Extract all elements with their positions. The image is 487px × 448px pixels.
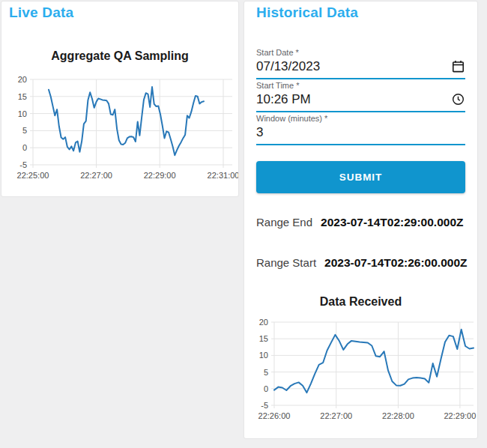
svg-text:22:27:00: 22:27:00 <box>320 411 352 420</box>
svg-text:22:29:00: 22:29:00 <box>444 411 476 420</box>
start-time-input[interactable] <box>256 92 446 107</box>
svg-text:22:27:00: 22:27:00 <box>80 171 112 180</box>
svg-text:22:26:00: 22:26:00 <box>258 411 291 420</box>
historical-data-panel: Historical Data Start Date * Start Time … <box>244 1 477 438</box>
svg-text:15: 15 <box>18 92 27 101</box>
range-end-row: Range End 2023-07-14T02:29:00.000Z <box>256 216 477 229</box>
svg-text:10: 10 <box>18 109 27 118</box>
data-received-chart: 20151050-522:26:0022:27:0022:28:0022:29:… <box>244 312 477 427</box>
window-minutes-label: Window (minutes) * <box>256 114 465 123</box>
svg-text:5: 5 <box>22 126 27 135</box>
svg-text:15: 15 <box>259 334 268 343</box>
live-data-title: Live Data <box>9 4 73 21</box>
svg-text:22:31:00: 22:31:00 <box>208 171 238 180</box>
start-date-field: Start Date * <box>256 48 465 79</box>
svg-text:0: 0 <box>22 143 27 152</box>
window-minutes-field: Window (minutes) * <box>256 114 465 145</box>
range-end-label: Range End <box>256 216 312 228</box>
svg-text:10: 10 <box>259 351 268 360</box>
svg-text:5: 5 <box>264 368 268 377</box>
start-date-input[interactable] <box>256 59 446 74</box>
start-time-field: Start Time * <box>256 81 465 112</box>
clock-icon[interactable] <box>451 92 465 106</box>
start-time-label: Start Time * <box>256 81 465 90</box>
svg-text:22:25:00: 22:25:00 <box>17 171 49 180</box>
live-data-panel: Live Data Aggregate QA Sampling 20151050… <box>1 1 238 196</box>
data-received-chart-title: Data Received <box>244 295 477 309</box>
window-minutes-input[interactable] <box>256 125 446 140</box>
aggregate-qa-chart: 20151050-522:25:0022:27:0022:29:0022:31:… <box>1 69 238 184</box>
svg-text:20: 20 <box>259 318 268 327</box>
svg-text:-5: -5 <box>19 160 27 169</box>
submit-button[interactable]: SUBMIT <box>256 161 465 193</box>
svg-text:-5: -5 <box>261 401 268 410</box>
aggregate-qa-chart-title: Aggregate QA Sampling <box>1 49 238 63</box>
range-start-row: Range Start 2023-07-14T02:26:00.000Z <box>256 256 477 270</box>
historical-data-title: Historical Data <box>256 4 358 21</box>
svg-text:22:28:00: 22:28:00 <box>382 411 414 420</box>
svg-text:20: 20 <box>18 75 27 84</box>
svg-text:0: 0 <box>264 384 268 393</box>
range-start-value: 2023-07-14T02:26:00.000Z <box>324 256 467 270</box>
range-end-value: 2023-07-14T02:29:00.000Z <box>321 216 463 229</box>
calendar-icon[interactable] <box>451 59 465 73</box>
start-date-label: Start Date * <box>256 48 465 57</box>
svg-text:22:29:00: 22:29:00 <box>144 171 176 180</box>
range-start-label: Range Start <box>256 256 316 269</box>
